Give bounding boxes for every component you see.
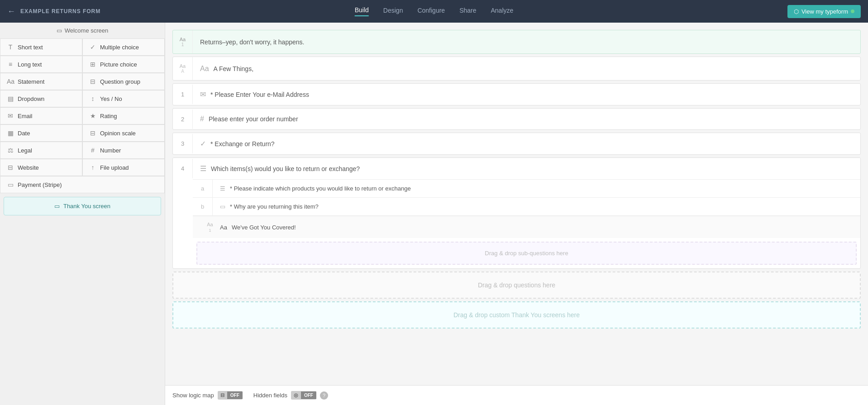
email-icon: ✉ — [7, 112, 14, 119]
sidebar-item-picture-choice[interactable]: ⊞ Picture choice — [82, 56, 165, 73]
q1-content: ✉ * Please Enter Your e-Mail Address — [193, 84, 860, 105]
q4-content: ☰ Which items(s) would you like to retur… — [193, 158, 860, 179]
question-group-icon: ⊟ — [89, 78, 96, 85]
sidebar-item-label: Multiple choice — [100, 44, 139, 51]
sidebar-item-opinion-scale[interactable]: ⊟ Opinion scale — [82, 124, 165, 142]
sidebar-item-yes-no[interactable]: ↕ Yes / No — [82, 90, 165, 107]
hidden-fields-toggle-icon: ◎ — [291, 391, 301, 400]
welcome-card[interactable]: Aa 1 Returns–yep, don't worry, it happen… — [172, 30, 861, 54]
sidebar-item-label: Date — [18, 130, 30, 137]
view-btn-label: View my typeform — [801, 8, 848, 15]
question-1-card[interactable]: 1 ✉ * Please Enter Your e-Mail Address — [172, 83, 861, 105]
content-area: Aa 1 Returns–yep, don't worry, it happen… — [165, 23, 868, 405]
sidebar-item-file-upload[interactable]: ↑ File upload — [82, 159, 165, 176]
sidebar-item-long-text[interactable]: ≡ Long text — [0, 56, 82, 73]
question-3-card[interactable]: 3 ✓ * Exchange or Return? — [172, 133, 861, 155]
statement-content: Aa A Few Things, — [193, 58, 860, 79]
sidebar-item-label: Statement — [18, 78, 44, 85]
tab-configure[interactable]: Configure — [417, 7, 445, 16]
website-icon: ⊟ — [7, 164, 14, 171]
nav-left: ← EXAMPLE RETURNS FORM — [7, 7, 100, 16]
sidebar-item-payment[interactable]: ▭ Payment (Stripe) — [0, 176, 165, 193]
main-layout: ▭ Welcome screen T Short text ✓ Multiple… — [0, 23, 868, 405]
sidebar-item-label: Legal — [18, 147, 32, 154]
q4-header[interactable]: 4 ☰ Which items(s) would you like to ret… — [173, 158, 860, 179]
hidden-fields-toggle[interactable]: ◎ OFF — [291, 391, 316, 400]
nav-tabs: Build Design Configure Share Analyze — [355, 6, 514, 16]
sidebar-item-label: Opinion scale — [100, 130, 136, 137]
legal-icon: ⚖ — [7, 147, 14, 154]
hidden-fields-section: Hidden fields ◎ OFF ? — [253, 391, 328, 400]
group-statement-row[interactable]: Aa1 Aa We've Got You Covered! — [193, 216, 860, 238]
top-nav: ← EXAMPLE RETURNS FORM Build Design Conf… — [0, 0, 868, 23]
sidebar-item-number[interactable]: # Number — [82, 142, 165, 159]
q2-content: # Please enter your order number — [193, 109, 860, 129]
long-text-icon: ≡ — [7, 61, 14, 68]
sidebar-item-date[interactable]: ▦ Date — [0, 124, 82, 142]
drag-drop-subquestions: Drag & drop sub-questions here — [196, 242, 857, 265]
tab-build[interactable]: Build — [355, 6, 369, 16]
sub-a-icon: ☰ — [220, 185, 225, 192]
sidebar-item-short-text[interactable]: T Short text — [0, 38, 82, 56]
sidebar-item-label: Website — [18, 164, 39, 171]
welcome-number: Aa 1 — [173, 30, 193, 53]
q1-text: * Please Enter Your e-Mail Address — [210, 91, 309, 98]
q1-number: 1 — [173, 85, 193, 104]
sidebar-item-label: Question group — [100, 78, 140, 85]
sub-a-letter: a — [193, 180, 213, 197]
toggle-icon: ⊟ — [218, 391, 227, 400]
drag-drop-thankyou: Drag & drop custom Thank You screens her… — [172, 301, 861, 329]
sidebar-item-label: File upload — [100, 164, 129, 171]
thank-you-screen-button[interactable]: ▭ Thank You screen — [4, 197, 161, 215]
statement-icon: Aa — [7, 78, 14, 85]
q3-number: 3 — [173, 134, 193, 153]
welcome-icon: ▭ — [57, 27, 62, 34]
app-title: EXAMPLE RETURNS FORM — [20, 8, 100, 14]
sidebar: ▭ Welcome screen T Short text ✓ Multiple… — [0, 23, 165, 405]
content-inner: Aa 1 Returns–yep, don't worry, it happen… — [165, 23, 868, 385]
statement-text: A Few Things, — [214, 65, 253, 72]
logic-map-toggle[interactable]: ⊟ OFF — [218, 391, 243, 400]
back-icon[interactable]: ← — [7, 7, 16, 16]
hidden-fields-help-icon[interactable]: ? — [320, 391, 328, 400]
sidebar-item-rating[interactable]: ★ Rating — [82, 107, 165, 124]
group-statement-icon-wrap: Aa1 — [200, 222, 220, 233]
number-field-icon: # — [200, 115, 204, 123]
q3-content: ✓ * Exchange or Return? — [193, 133, 860, 154]
sidebar-item-multiple-choice[interactable]: ✓ Multiple choice — [82, 38, 165, 56]
statement-number: Aa A — [173, 57, 193, 80]
hidden-fields-label: Hidden fields — [253, 392, 287, 399]
statement-card[interactable]: Aa A Aa A Few Things, — [172, 57, 861, 81]
email-field-icon: ✉ — [200, 90, 206, 99]
payment-icon: ▭ — [7, 181, 14, 188]
welcome-text: Returns–yep, don't worry, it happens. — [200, 38, 304, 46]
sidebar-item-website[interactable]: ⊟ Website — [0, 159, 82, 176]
group-statement-type-icon: Aa — [220, 224, 227, 231]
sub-b-text: * Why are you returning this item? — [230, 203, 319, 210]
opinion-scale-icon: ⊟ — [89, 129, 96, 137]
sub-item-a[interactable]: a ☰ * Please indicate which products you… — [193, 180, 860, 198]
sub-a-text: * Please indicate which products you wou… — [230, 185, 411, 192]
sidebar-item-legal[interactable]: ⚖ Legal — [0, 142, 82, 159]
tab-share[interactable]: Share — [459, 7, 476, 16]
sidebar-item-email[interactable]: ✉ Email — [0, 107, 82, 124]
tab-design[interactable]: Design — [383, 7, 403, 16]
show-logic-map-section: Show logic map ⊟ OFF — [172, 391, 243, 400]
sidebar-item-dropdown[interactable]: ▤ Dropdown — [0, 90, 82, 107]
q2-text: Please enter your order number — [209, 115, 298, 123]
status-dot — [851, 10, 854, 13]
question-2-card[interactable]: 2 # Please enter your order number — [172, 108, 861, 130]
sidebar-item-statement[interactable]: Aa Statement — [0, 73, 82, 90]
sidebar-grid: T Short text ✓ Multiple choice ≡ Long te… — [0, 38, 165, 193]
tab-analyze[interactable]: Analyze — [491, 7, 513, 16]
sidebar-item-label: Number — [100, 147, 121, 154]
yes-no-icon: ↕ — [89, 95, 96, 102]
view-typeform-button[interactable]: ⬡ View my typeform — [787, 5, 861, 18]
thank-you-icon: ▭ — [54, 203, 60, 210]
number-icon: # — [89, 147, 96, 154]
sidebar-item-label: Dropdown — [18, 95, 44, 102]
date-icon: ▦ — [7, 129, 14, 137]
sidebar-item-question-group[interactable]: ⊟ Question group — [82, 73, 165, 90]
sub-item-b[interactable]: b ▭ * Why are you returning this item? — [193, 198, 860, 216]
picture-choice-icon: ⊞ — [89, 61, 96, 68]
